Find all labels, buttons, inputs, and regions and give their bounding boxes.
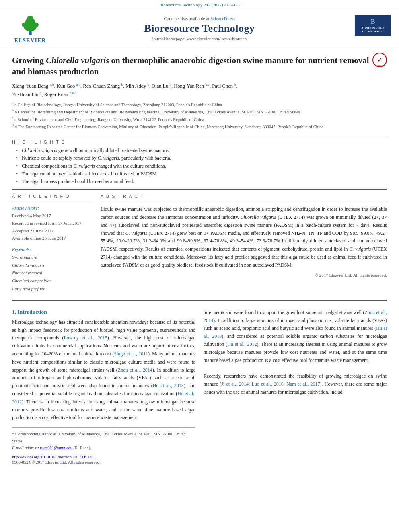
revised-date: Received in revised form 17 June 2017 xyxy=(12,220,93,227)
highlights-list: Chlorella vulgaris grew well on minimall… xyxy=(12,147,387,185)
keywords-label: Keywords: xyxy=(12,247,93,252)
article-dates: Received 4 May 2017 Received in revised … xyxy=(12,212,93,242)
intro-right-text: ture media and were found to support the… xyxy=(204,309,387,396)
journal-header: ELSEVIER Contents lists available at Sci… xyxy=(0,9,399,48)
corresponding-note: * Corresponding author at: University of… xyxy=(12,431,195,445)
main-content: Growing Chlorella vulgaris on thermophil… xyxy=(0,48,399,472)
ref-hu2012[interactable]: Hu et al., 2012 xyxy=(12,391,195,405)
ref-hu2013[interactable]: Hu et al., 2013 xyxy=(153,383,184,388)
affiliation-c: c c School of Environment and Civil Engi… xyxy=(12,116,387,123)
ref-lowrey[interactable]: Lowrey et al., 2015 xyxy=(64,335,107,341)
available-date: Available online 26 June 2017 xyxy=(12,234,93,242)
svg-text:✓: ✓ xyxy=(377,57,382,63)
divider-highlights xyxy=(12,136,387,136)
ref-zhou2[interactable]: Zhou et al., 2014 xyxy=(204,310,387,323)
introduction-section: 1. Introduction Microalgae technology ha… xyxy=(12,309,387,464)
journal-homepage: journal homepage: www.elsevier.com/locat… xyxy=(56,36,343,41)
highlights-label: H I G H L I G H T S xyxy=(12,140,387,144)
keyword-4: Chemical composition xyxy=(12,277,93,285)
keyword-1: Swine manure xyxy=(12,253,93,261)
email-link[interactable]: ruan001@umn.edu xyxy=(40,446,73,450)
highlight-item: Chemical compositions in C. vulgaris cha… xyxy=(16,162,387,170)
highlight-item: Nutrients could be rapidly removed by C.… xyxy=(16,154,387,162)
keyword-3: Nutrient removal xyxy=(12,269,93,277)
keywords-list: Swine manure Chlorella vulgaris Nutrient… xyxy=(12,253,93,293)
elsevier-wordmark: ELSEVIER xyxy=(14,37,46,44)
ref-hu2012b[interactable]: Hu et al., 2012 xyxy=(227,341,257,347)
divider-intro xyxy=(12,300,387,301)
elsevier-tree-icon xyxy=(18,13,42,37)
received-date: Received 4 May 2017 xyxy=(12,212,93,220)
ref-singh[interactable]: Singh et al., 2011 xyxy=(114,351,148,357)
intro-columns: 1. Introduction Microalgae technology ha… xyxy=(12,309,387,464)
abstract-col: A B S T R A C T Liquid swine manure was … xyxy=(101,194,387,293)
journal-title: Bioresource Technology xyxy=(56,23,343,35)
affiliations: a a College of Biotechnology, Jiangsu Un… xyxy=(12,101,387,130)
svg-point-4 xyxy=(22,23,28,27)
journal-title-area: Contents lists available at ScienceDirec… xyxy=(56,13,343,44)
journal-badge-area: B BIORESOURCE TECHNOLOGY xyxy=(347,13,391,44)
doi-area: http://dx.doi.org/10.1016/j.biortech.201… xyxy=(12,455,195,459)
elsevier-logo-area: ELSEVIER xyxy=(8,13,52,44)
authors: Xiang-Yuan Deng a,b, Kun Gao a,b, Ren-Ch… xyxy=(12,82,387,99)
ref-hu2013b[interactable]: Hu et al., 2013 xyxy=(204,325,387,339)
highlight-item: Chlorella vulgaris grew well on minimall… xyxy=(16,147,387,154)
affiliation-b: b b Center for Biorefining and Departmen… xyxy=(12,108,387,115)
crossmark-icon: ✓ CrossMark xyxy=(372,53,387,67)
footnote-area: * Corresponding author at: University of… xyxy=(12,427,195,451)
journal-badge: B BIORESOURCE TECHNOLOGY xyxy=(355,15,391,36)
svg-point-5 xyxy=(33,23,39,27)
intro-right-col: ture media and were found to support the… xyxy=(204,309,387,464)
title-area: Growing Chlorella vulgaris on thermophil… xyxy=(12,55,387,82)
elsevier-logo: ELSEVIER xyxy=(14,13,46,44)
keyword-2: Chlorella vulgaris xyxy=(12,261,93,269)
abstract-text: Liquid swine manure was subjected to the… xyxy=(101,205,387,269)
ref-ji[interactable]: Ji et al., 2014; Luo et al., 2016; Nam e… xyxy=(221,381,320,387)
svg-text:CrossMark: CrossMark xyxy=(375,64,385,66)
citation-bar: Bioresource Technology 243 (2017) 417–42… xyxy=(0,0,399,9)
article-info-label: A R T I C L E I N F O xyxy=(12,194,93,199)
doi-link[interactable]: http://dx.doi.org/10.1016/j.biortech.201… xyxy=(12,455,94,459)
email-label: E-mail address: xyxy=(12,446,39,450)
divider-info xyxy=(12,189,387,190)
ref-zhou[interactable]: Zhou et al., 2014 xyxy=(118,367,152,373)
sciencedirect-anchor[interactable]: ScienceDirect xyxy=(210,16,235,21)
history-label: Article history: xyxy=(12,205,93,210)
divider-thin xyxy=(12,202,93,202)
copyright-text: © 2017 Elsevier Ltd. All rights reserved… xyxy=(101,273,387,277)
intro-left-col: 1. Introduction Microalgae technology ha… xyxy=(12,309,195,464)
svg-point-3 xyxy=(27,16,33,21)
issn-text: 0960-8524/© 2017 Elsevier Ltd. All right… xyxy=(12,460,195,464)
abstract-label: A B S T R A C T xyxy=(101,194,387,199)
highlight-item: The algal biomass produced could be used… xyxy=(16,178,387,185)
article-title: Growing Chlorella vulgaris on thermophil… xyxy=(12,55,372,78)
highlight-item: The alga could be used as biodiesel feed… xyxy=(16,170,387,178)
email-note: E-mail address: ruan001@umn.edu (R. Ruan… xyxy=(12,445,195,452)
affiliation-d: d d The Engineering Research Center for … xyxy=(12,123,387,130)
citation-text: Bioresource Technology 243 (2017) 417–42… xyxy=(159,2,240,7)
info-abstract-area: A R T I C L E I N F O Article history: R… xyxy=(12,194,387,293)
intro-heading: 1. Introduction xyxy=(12,309,195,315)
badge-text: BIORESOURCE TECHNOLOGY xyxy=(358,26,388,33)
intro-left-text: Microalgae technology has attracted cons… xyxy=(12,318,195,422)
divider-abstract xyxy=(101,202,387,202)
article-info-col: A R T I C L E I N F O Article history: R… xyxy=(12,194,93,293)
affiliation-a: a a College of Biotechnology, Jiangsu Un… xyxy=(12,101,387,108)
sciencedirect-link: Contents lists available at ScienceDirec… xyxy=(56,16,343,21)
keyword-5: Fatty acid profiles xyxy=(12,285,93,293)
accepted-date: Accepted 23 June 2017 xyxy=(12,227,93,235)
